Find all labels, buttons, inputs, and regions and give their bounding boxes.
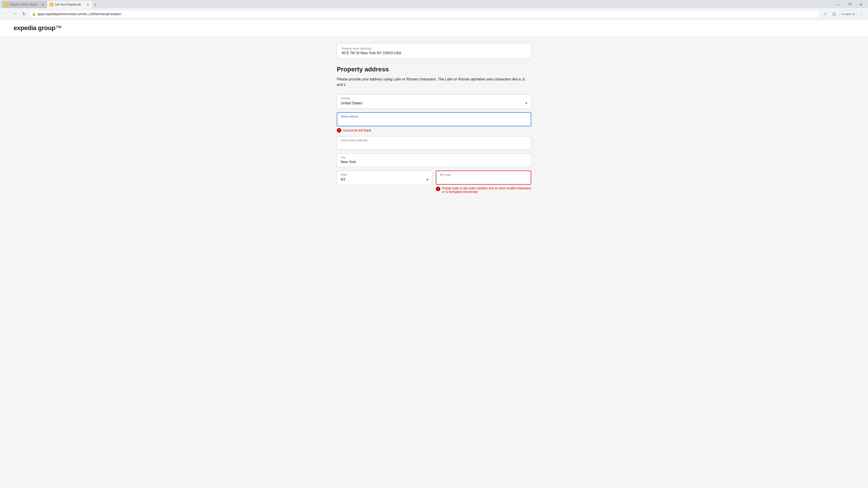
minimize-button[interactable]: ─ [833, 1, 844, 8]
back-button[interactable]: ← [2, 10, 10, 18]
state-zip-row: State NY ▾ ZIP code ! Postal code or zip… [337, 170, 531, 197]
city-group: City [337, 153, 531, 167]
zip-label: ZIP code [436, 171, 531, 176]
state-field[interactable]: State NY ▾ [337, 170, 432, 185]
close-window-button[interactable]: ✕ [856, 1, 866, 8]
page-content: Property name (optional) 40 E 7th St New… [332, 36, 536, 204]
lock-icon: 🔒 [32, 12, 36, 16]
zip-input[interactable] [436, 176, 531, 184]
incognito-label: Incognito (2) [841, 13, 855, 15]
country-select[interactable]: United States ▾ [337, 100, 531, 108]
tab-favicon-2: E [50, 3, 53, 6]
state-chevron-icon: ▾ [426, 177, 428, 182]
tab-title-2: List Your Property with Expedia... [55, 3, 85, 6]
street-address-label: Street address [337, 113, 531, 118]
city-input[interactable] [337, 159, 531, 167]
country-value: United States [341, 101, 362, 105]
country-label: Country [337, 94, 531, 100]
reload-button[interactable]: ↻ [20, 10, 28, 18]
zip-error: ! Postal code or zip code contains one o… [436, 186, 531, 194]
navigation-bar: ← → ↻ 🔒 apps.expediapartnercentral.com/e… [0, 8, 868, 20]
window-controls: ─ ❐ ✕ [833, 1, 866, 8]
logo-text-light: expedia [13, 24, 38, 31]
site-header: expedia group™ [0, 20, 868, 36]
tab-close-1[interactable]: ✕ [41, 2, 44, 6]
tab-favicon-1: E [4, 3, 8, 6]
logo-text-bold: group [38, 24, 55, 31]
page-wrapper: expedia group™ Property name (optional) … [0, 20, 868, 477]
zip-field[interactable]: ZIP code [436, 170, 531, 185]
unit-number-group: Unit number (optional) [337, 136, 531, 150]
country-field-group: Country United States ▾ [337, 94, 531, 109]
url-text: apps.expediapartnercentral.com/en_US/lis… [37, 12, 817, 16]
country-field[interactable]: Country United States ▾ [337, 94, 531, 109]
state-value: NY [341, 177, 346, 182]
street-address-group: Street address ! Cannot be left blank [337, 112, 531, 133]
city-field[interactable]: City [337, 153, 531, 167]
unit-number-field[interactable]: Unit number (optional) [337, 136, 531, 150]
street-address-field[interactable]: Street address [337, 112, 531, 126]
state-group: State NY ▾ [337, 170, 432, 194]
section-title: Property address [337, 66, 531, 73]
state-label: State [337, 171, 432, 176]
zip-error-text: Postal code or zip code contains one or … [442, 186, 531, 194]
street-address-error-icon: ! [337, 128, 341, 133]
street-address-input[interactable] [337, 118, 531, 126]
unit-number-label: Unit number (optional) [337, 136, 531, 142]
tab-bar: E Expedia Travel: Vacation Home... ✕ E L… [0, 0, 868, 8]
forward-button[interactable]: → [11, 10, 19, 18]
state-select[interactable]: NY ▾ [337, 176, 432, 185]
property-name-label: Property name (optional) [342, 47, 526, 50]
incognito-button[interactable]: Incognito (2) [839, 10, 857, 18]
city-label: City [337, 154, 531, 159]
bookmark-button[interactable]: ☆ [821, 10, 829, 18]
expedia-logo: expedia group™ [13, 24, 855, 32]
property-name-value: 40 E 7th St New York NY 10003 USA [342, 51, 526, 55]
street-address-error: ! Cannot be left blank [337, 128, 531, 133]
profile-icon-button[interactable]: ⊡ [830, 10, 838, 18]
menu-button[interactable]: ⋮ [858, 10, 866, 18]
browser-chrome: E Expedia Travel: Vacation Home... ✕ E L… [0, 0, 868, 20]
address-bar[interactable]: 🔒 apps.expediapartnercentral.com/en_US/l… [29, 10, 820, 18]
tab-title-1: Expedia Travel: Vacation Home... [10, 3, 39, 6]
tab-close-2[interactable]: ✕ [87, 2, 90, 6]
tab-list-property[interactable]: E List Your Property with Expedia... ✕ [47, 1, 92, 8]
unit-number-input[interactable] [337, 142, 531, 150]
zip-group: ZIP code ! Postal code or zip code conta… [436, 170, 531, 194]
country-chevron-icon: ▾ [525, 101, 527, 106]
new-tab-button[interactable]: + [92, 2, 98, 8]
section-description: Please provide your address using Latin … [337, 76, 531, 88]
maximize-button[interactable]: ❐ [844, 1, 855, 8]
street-address-error-text: Cannot be left blank [343, 129, 371, 132]
tab-expedia-travel[interactable]: E Expedia Travel: Vacation Home... ✕ [2, 1, 47, 8]
nav-actions: ☆ ⊡ Incognito (2) ⋮ [821, 10, 866, 18]
zip-error-icon: ! [436, 187, 440, 191]
property-name-field: Property name (optional) 40 E 7th St New… [337, 43, 531, 59]
